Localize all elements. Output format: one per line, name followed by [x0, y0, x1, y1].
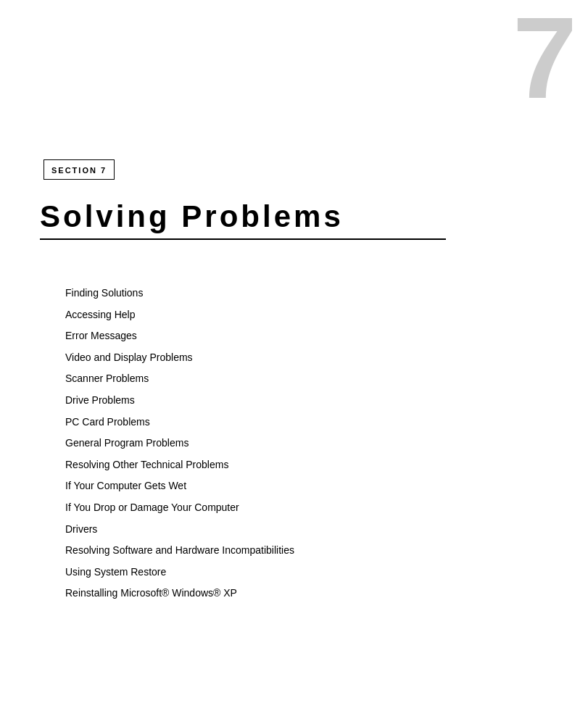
- list-item: Drive Problems: [65, 394, 294, 408]
- page: 7 SECTION 7 Solving Problems Finding Sol…: [0, 0, 588, 724]
- list-item: Resolving Other Technical Problems: [65, 458, 294, 473]
- list-item: Reinstalling Microsoft® Windows® XP: [65, 586, 294, 601]
- list-item: Video and Display Problems: [65, 351, 294, 365]
- list-item: Finding Solutions: [65, 286, 294, 301]
- section-label-text: SECTION 7: [51, 166, 107, 175]
- toc-list: Finding SolutionsAccessing HelpError Mes…: [65, 286, 294, 608]
- page-title: Solving Problems: [40, 199, 446, 240]
- list-item: Resolving Software and Hardware Incompat…: [65, 544, 294, 558]
- list-item: Scanner Problems: [65, 372, 294, 386]
- list-item: General Program Problems: [65, 436, 294, 451]
- list-item: Accessing Help: [65, 308, 294, 323]
- list-item: Drivers: [65, 523, 294, 537]
- chapter-number: 7: [513, 0, 588, 116]
- list-item: PC Card Problems: [65, 415, 294, 430]
- list-item: Using System Restore: [65, 565, 294, 580]
- list-item: If Your Computer Gets Wet: [65, 479, 294, 494]
- list-item: If You Drop or Damage Your Computer: [65, 501, 294, 515]
- section-label-box: SECTION 7: [44, 159, 115, 180]
- list-item: Error Messages: [65, 329, 294, 344]
